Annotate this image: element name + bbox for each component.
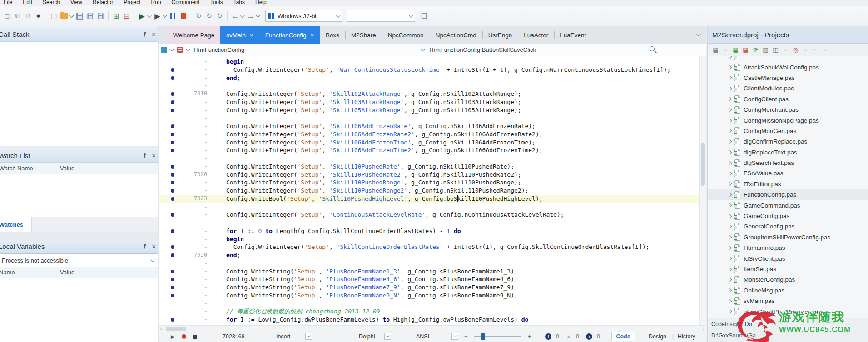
remove-from-project-icon[interactable]: ⊟: [121, 10, 132, 21]
target-platform-combo[interactable]: Windows 32-bit: [265, 10, 342, 22]
code-line[interactable]: [159, 114, 699, 122]
tree-item-humaninfo-pas[interactable]: HumanInfo.pas: [708, 243, 868, 253]
chevron-right-icon[interactable]: [728, 150, 732, 154]
tree-item-castlemanage-pas[interactable]: CastleManage.pas: [708, 73, 868, 83]
horizontal-scrollbar[interactable]: ‹ ›: [159, 325, 706, 331]
tab-luaactor[interactable]: LuaActor: [518, 26, 554, 44]
tab-svmain[interactable]: svMain×: [220, 26, 259, 44]
horizontal-scrollbar-thumb[interactable]: [166, 327, 186, 331]
code-line[interactable]: Config.WriteString('Setup', 'PlusBoneFam…: [159, 275, 699, 283]
save-icon[interactable]: [74, 10, 85, 21]
breakpoint-gutter-dot[interactable]: [171, 278, 174, 281]
breakpoint-gutter-dot[interactable]: [171, 294, 174, 297]
mode-dropdown[interactable]: [305, 333, 312, 340]
chevron-right-icon[interactable]: [728, 161, 732, 164]
code-line[interactable]: Config.WriteString('Setup', 'PlusBoneFam…: [159, 292, 699, 300]
ide-search-combo[interactable]: [347, 10, 415, 22]
tree-item-monsterconfig-pas[interactable]: MonsterConfig.pas: [708, 274, 868, 285]
breakpoint-gutter-dot[interactable]: [171, 173, 174, 177]
chevron-right-icon[interactable]: [728, 310, 732, 313]
breakpoint-gutter-dot[interactable]: [171, 286, 174, 289]
code-line[interactable]: [159, 219, 699, 227]
tab-usrengn[interactable]: UsrEngn: [482, 26, 518, 44]
vertical-scrollbar[interactable]: [699, 56, 706, 325]
chevron-right-icon[interactable]: [728, 267, 732, 271]
menu-run[interactable]: Run: [151, 0, 161, 6]
open-project-icon[interactable]: ⧉: [23, 10, 33, 21]
breakpoint-gutter-dot[interactable]: [171, 197, 174, 201]
modified-state-icon[interactable]: [177, 47, 183, 53]
breakpoint-gutter-dot[interactable]: [171, 76, 174, 80]
tree-item-dlgconfirmreplace-pas[interactable]: dlgConfirmReplace.pas: [708, 136, 868, 147]
search-icon[interactable]: [650, 46, 655, 51]
column-value[interactable]: Value: [57, 269, 74, 276]
breakpoint-gutter-dot[interactable]: [171, 229, 174, 233]
breakpoint-gutter-dot[interactable]: [171, 213, 174, 217]
menu-tabs[interactable]: Tabs: [233, 0, 245, 6]
tree-item-generalconfig-pas[interactable]: GeneralConfig.pas: [708, 221, 868, 232]
tree-item-ufrmclientplugmanager-pas[interactable]: uFrmClientPlugManager.pas: [708, 306, 868, 317]
breakpoint-gutter-dot[interactable]: [171, 149, 174, 152]
chevron-right-icon[interactable]: [728, 193, 732, 197]
tree-item-dlgsearchtext-pas[interactable]: dlgSearchText.pas: [708, 158, 868, 168]
tab-boxs[interactable]: Boxs: [320, 26, 345, 44]
code-line[interactable]: Config.WriteInteger('Setup', 'WarrContin…: [159, 66, 699, 74]
close-icon[interactable]: ×: [152, 31, 156, 38]
zoom-slider-thumb[interactable]: [481, 333, 485, 340]
open-file-icon[interactable]: [59, 10, 69, 21]
breakpoint-gutter-dot[interactable]: [171, 253, 174, 257]
zoom-out-icon[interactable]: −: [464, 331, 467, 342]
code-line[interactable]: Config.WriteInteger('Setup', 'Skill103At…: [159, 98, 699, 106]
view-tab-code[interactable]: Code: [611, 332, 635, 341]
chevron-down-icon[interactable]: [69, 13, 74, 18]
tree-item-clientmodules-pas[interactable]: ClientModules.pas: [708, 83, 868, 94]
chevron-right-icon[interactable]: [728, 278, 732, 282]
view-tab-history[interactable]: History: [678, 331, 695, 342]
code-line[interactable]: Config.WriteInteger('Setup', 'Skill110Pu…: [159, 187, 699, 195]
chevron-right-icon[interactable]: [728, 97, 732, 101]
chevron-right-icon[interactable]: [728, 288, 732, 292]
code-line[interactable]: end;: [159, 74, 699, 82]
tree-item-idsrvclient-pas[interactable]: IdSrvClient.pas: [708, 253, 868, 263]
breakpoint-gutter-dot[interactable]: [171, 189, 174, 193]
tree-item-configmissionnpcpage-pas[interactable]: ConfigMissionNpcPage.pas: [708, 115, 868, 125]
breakpoint-gutter-dot[interactable]: [171, 92, 174, 96]
breakpoint-gutter-dot[interactable]: [171, 133, 174, 136]
save-as-icon[interactable]: [95, 10, 106, 21]
chevron-down-icon[interactable]: [721, 46, 730, 54]
tab-overflow-chevron-icon[interactable]: [696, 32, 701, 36]
chevron-right-icon[interactable]: [728, 203, 732, 207]
encoding-dropdown[interactable]: [451, 333, 458, 340]
chevron-down-icon[interactable]: [781, 46, 790, 54]
breakpoint-gutter-dot[interactable]: [171, 245, 174, 249]
remove-file-icon[interactable]: ▦: [741, 46, 750, 54]
chevron-down-icon[interactable]: [821, 46, 830, 54]
code-line[interactable]: begin: [159, 58, 699, 66]
chevron-right-icon[interactable]: [728, 246, 732, 249]
chevron-down-icon[interactable]: [801, 46, 810, 54]
column-watch-name[interactable]: Watch Name: [0, 163, 57, 174]
code-line[interactable]: Config.WriteInteger('Setup', 'Skill110Pu…: [159, 163, 699, 171]
new-items-icon[interactable]: ◻: [2, 10, 12, 21]
tree-item-onlinemsg-pas[interactable]: OnlineMsg.pas: [708, 285, 868, 296]
breakpoint-gutter-dot[interactable]: [171, 124, 174, 128]
breakpoint-gutter-dot[interactable]: [171, 109, 174, 112]
tree-item-gamecommand-pas[interactable]: GameCommand.pas: [708, 200, 868, 210]
build-group-icon[interactable]: ▥: [761, 46, 770, 54]
tab-welcome-page[interactable]: Welcome Page: [167, 26, 220, 44]
tree-item-fsrvvalue-pas[interactable]: FSrvValue.pas: [708, 168, 868, 178]
code-line[interactable]: 7010Config.WriteInteger('Setup', 'Skill1…: [159, 90, 699, 98]
structure-icon[interactable]: [161, 47, 167, 53]
add-file-icon[interactable]: ▦: [731, 46, 740, 54]
tab-functionconfig[interactable]: FunctionConfig×: [259, 26, 320, 44]
run-to-cursor-icon[interactable]: ↻: [214, 10, 225, 21]
more-options-icon[interactable]: ⋯: [811, 46, 820, 54]
breakpoint-gutter-dot[interactable]: [171, 165, 174, 169]
breakpoint-gutter-dot[interactable]: [171, 68, 174, 72]
column-name[interactable]: Name: [0, 267, 57, 278]
menu-help[interactable]: Help: [255, 0, 267, 6]
tree-item-configclient-pas[interactable]: ConfigClient.pas: [708, 94, 868, 104]
new-unit-icon[interactable]: ▢: [49, 10, 59, 21]
code-line[interactable]: Config.WriteInteger('Setup', 'Skill106Ad…: [159, 130, 699, 139]
code-line[interactable]: Config.WriteInteger('Setup', 'SkillConti…: [159, 243, 699, 251]
